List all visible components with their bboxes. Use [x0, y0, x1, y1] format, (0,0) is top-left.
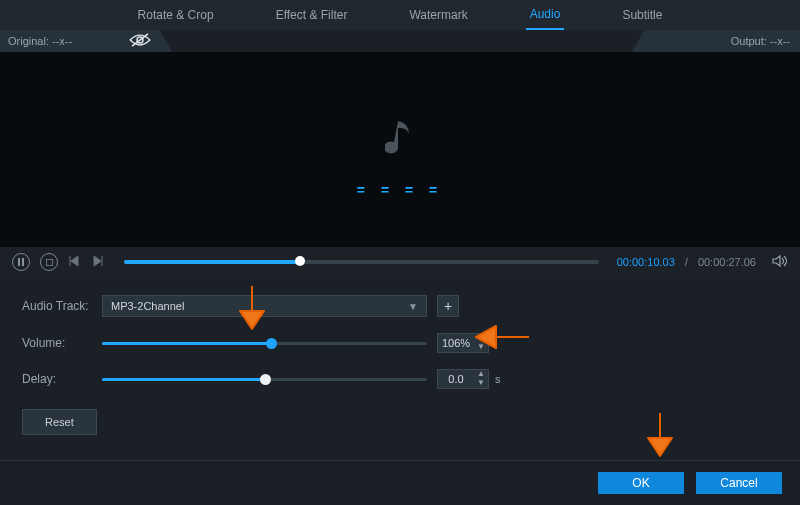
- file-header: Original: --x-- file_example_MP3_700KB.m…: [0, 30, 800, 52]
- tab-subtitle[interactable]: Subtitle: [618, 0, 666, 30]
- timeline-thumb[interactable]: [295, 256, 305, 266]
- time-current: 00:00:10.03: [617, 256, 675, 268]
- prev-button[interactable]: [68, 255, 82, 269]
- reset-button[interactable]: Reset: [22, 409, 97, 435]
- cancel-button[interactable]: Cancel: [696, 472, 782, 494]
- music-note-icon: [385, 117, 415, 162]
- tab-bar: Rotate & Crop Effect & Filter Watermark …: [0, 0, 800, 30]
- row-audio-track: Audio Track: MP3-2Channel ▼ +: [22, 295, 778, 317]
- audio-panel: Audio Track: MP3-2Channel ▼ + Volume: 10…: [0, 277, 800, 447]
- file-name: file_example_MP3_700KB.mp3: [0, 34, 800, 48]
- original-size-label: Original: --x--: [8, 35, 72, 47]
- add-track-button[interactable]: +: [437, 295, 459, 317]
- time-separator: /: [685, 256, 688, 268]
- timeline-slider[interactable]: [124, 260, 599, 264]
- tab-watermark[interactable]: Watermark: [405, 0, 471, 30]
- audio-track-label: Audio Track:: [22, 299, 102, 313]
- tab-rotate-crop[interactable]: Rotate & Crop: [134, 0, 218, 30]
- stop-button[interactable]: [40, 253, 58, 271]
- next-button[interactable]: [92, 255, 106, 269]
- audio-track-select[interactable]: MP3-2Channel ▼: [102, 295, 427, 317]
- delay-value: 0.0: [438, 373, 474, 385]
- delay-unit: s: [495, 373, 501, 385]
- playback-bar: 00:00:10.03 / 00:00:27.06: [0, 247, 800, 277]
- tab-audio[interactable]: Audio: [526, 0, 565, 30]
- svg-rect-4: [46, 259, 53, 266]
- audio-track-value: MP3-2Channel: [111, 300, 184, 312]
- equalizer-icon: = = = =: [357, 182, 443, 198]
- footer-bar: OK Cancel: [0, 460, 800, 505]
- output-size-label: Output: --x--: [731, 35, 790, 47]
- ok-button[interactable]: OK: [598, 472, 684, 494]
- timeline-progress: [124, 260, 300, 264]
- preview-visibility-icon[interactable]: [129, 32, 151, 51]
- tab-effect-filter[interactable]: Effect & Filter: [272, 0, 352, 30]
- volume-spinbox[interactable]: 106% ▲ ▼: [437, 333, 489, 353]
- time-total: 00:00:27.06: [698, 256, 756, 268]
- delay-slider[interactable]: [102, 372, 427, 386]
- volume-icon[interactable]: [772, 254, 788, 271]
- svg-rect-2: [18, 258, 20, 266]
- pause-button[interactable]: [12, 253, 30, 271]
- svg-rect-3: [22, 258, 24, 266]
- volume-step-down[interactable]: ▼: [474, 343, 488, 352]
- delay-spinbox[interactable]: 0.0 ▲ ▼: [437, 369, 489, 389]
- row-delay: Delay: 0.0 ▲ ▼ s: [22, 369, 778, 389]
- volume-label: Volume:: [22, 336, 102, 350]
- volume-slider[interactable]: [102, 336, 427, 350]
- row-volume: Volume: 106% ▲ ▼: [22, 333, 778, 353]
- delay-label: Delay:: [22, 372, 102, 386]
- preview-area: = = = =: [0, 52, 800, 247]
- chevron-down-icon: ▼: [408, 301, 418, 312]
- volume-value: 106%: [438, 337, 474, 349]
- delay-step-down[interactable]: ▼: [474, 379, 488, 388]
